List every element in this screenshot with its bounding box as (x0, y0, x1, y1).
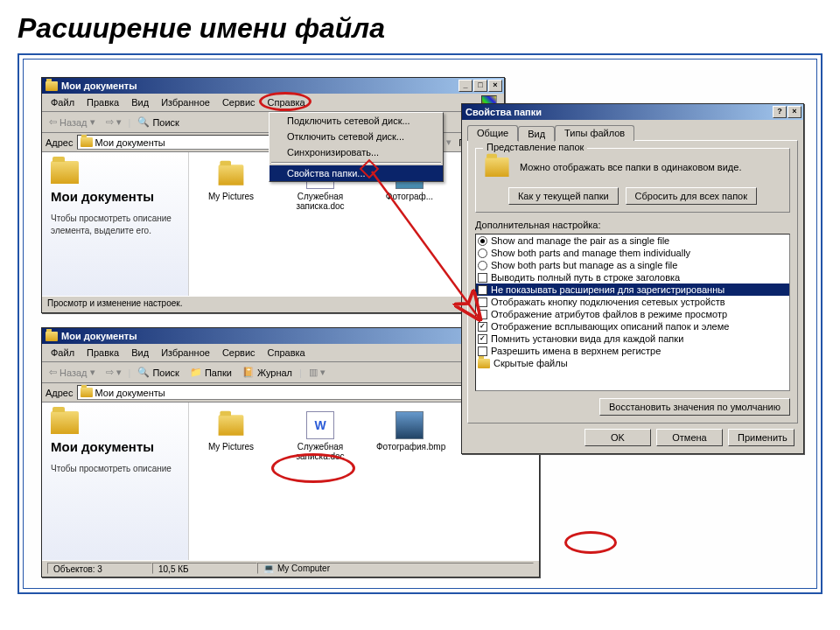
slide-title: Расширение имени файла (0, 0, 840, 53)
folder-big-icon (51, 411, 79, 434)
menu-file[interactable]: Файл (46, 95, 80, 109)
tab-view[interactable]: Вид (518, 126, 555, 142)
help-button[interactable]: ? (773, 106, 787, 118)
menu-favorites[interactable]: Избранное (156, 346, 215, 360)
file-label: Служебная записка.doc (287, 192, 354, 211)
folder-icon (80, 388, 93, 397)
list-item[interactable]: My Pictures (198, 161, 264, 201)
image-icon (396, 411, 424, 439)
dialog-titlebar[interactable]: Свойства папки ? × (462, 104, 803, 120)
close-button[interactable]: × (488, 80, 502, 92)
forward-button[interactable]: ⇨ ▾ (102, 365, 125, 380)
folder-icon (217, 161, 245, 189)
menu-view[interactable]: Вид (126, 346, 154, 360)
group-legend: Представление папок (483, 142, 587, 152)
menubar-1[interactable]: Файл Правка Вид Избранное Сервис Справка (42, 94, 504, 112)
list-item[interactable]: Не показывать расширения для зарегистрир… (476, 284, 789, 296)
restore-defaults-button[interactable]: Восстановить значения по умолчанию (599, 398, 790, 416)
folders-button[interactable]: 📁 Папки (186, 365, 235, 380)
list-item[interactable]: Отображение всплывающих описаний папок и… (476, 320, 789, 332)
list-item[interactable]: Выводить полный путь в строке заголовка (476, 271, 789, 284)
checkbox-icon (478, 346, 487, 356)
menu-favorites[interactable]: Избранное (156, 95, 215, 109)
radio-icon (478, 236, 487, 246)
back-button[interactable]: ⇦ Назад ▾ (46, 365, 99, 380)
list-item[interactable]: Разрешить имена в верхнем регистре (476, 345, 789, 357)
like-current-button[interactable]: Как у текущей папки (508, 187, 619, 205)
menu-edit[interactable]: Правка (81, 95, 124, 109)
addr-label: Адрес (46, 388, 74, 398)
list-item[interactable]: Фотография.bmp (376, 411, 443, 452)
menu-file[interactable]: Файл (46, 346, 80, 360)
list-item[interactable]: Show both parts and manage them individu… (476, 247, 789, 259)
group-folder-views: Представление папок Можно отображать все… (475, 148, 790, 213)
inner-area: Мои документы _ □ × Файл Правка Вид Избр… (23, 59, 817, 589)
menu-view[interactable]: Вид (126, 95, 154, 109)
pane-desc: Чтобы просмотреть описание элемента, выд… (51, 213, 179, 237)
ok-button[interactable]: OK (584, 429, 651, 446)
status-location: 💻 My Computer (257, 563, 534, 574)
search-button[interactable]: 🔍 Поиск (134, 115, 182, 130)
checkbox-icon (478, 334, 487, 344)
forward-button[interactable]: ⇨ ▾ (102, 115, 125, 130)
menu-edit[interactable]: Правка (81, 346, 124, 360)
list-item[interactable]: Скрытые файлы (476, 357, 789, 369)
checkbox-icon (478, 298, 487, 307)
folder-icon (46, 330, 58, 342)
menu-help[interactable]: Справка (262, 95, 311, 109)
apply-button[interactable]: Применить (728, 429, 794, 446)
folder-icon (478, 359, 490, 368)
title-text: Мои документы (61, 331, 494, 341)
menu-tools[interactable]: Сервис (217, 346, 261, 360)
pane-desc: Чтобы просмотреть описание (51, 463, 179, 475)
cancel-button[interactable]: Отмена (656, 429, 723, 446)
advanced-settings-list[interactable]: Show and manage the pair as a single fil… (475, 234, 790, 391)
address-value: Мои документы (95, 388, 165, 398)
file-label: Фотография.bmp (376, 442, 443, 452)
addr-label: Адрес (46, 137, 74, 148)
tab-filetypes[interactable]: Типы файлов (555, 125, 634, 141)
group-text: Можно отображать все папки в одинаковом … (520, 162, 741, 172)
file-label: My Pictures (198, 442, 264, 452)
list-item[interactable]: Show both parts but manage as a single f… (476, 259, 789, 271)
status-size: 10,5 КБ (152, 563, 257, 574)
minimize-button[interactable]: _ (458, 80, 472, 92)
statusbar-1: Просмотр и изменение настроек. (42, 296, 504, 312)
dialog-title: Свойства папки (466, 107, 773, 117)
tab-general[interactable]: Общие (467, 125, 518, 141)
menu-item[interactable]: Подключить сетевой диск... (270, 113, 443, 129)
menu-item[interactable]: Отключить сетевой диск... (270, 129, 443, 144)
maximize-button[interactable]: □ (473, 80, 487, 92)
back-button[interactable]: ⇦ Назад ▾ (46, 115, 99, 130)
titlebar-1[interactable]: Мои документы _ □ × (42, 78, 504, 94)
list-item[interactable]: Отображать кнопку подключения сетевых ус… (476, 296, 789, 308)
list-item[interactable]: Show and manage the pair as a single fil… (476, 234, 789, 247)
menu-tools[interactable]: Сервис (217, 95, 261, 109)
tools-menu-dropdown[interactable]: Подключить сетевой диск... Отключить сет… (269, 112, 444, 182)
journal-button[interactable]: 📔 Журнал (239, 365, 296, 380)
list-item[interactable]: My Pictures (198, 411, 264, 452)
checkbox-icon (478, 285, 487, 295)
list-item[interactable]: Помнить установки вида для каждой папки (476, 332, 789, 345)
file-label: My Pictures (198, 192, 264, 201)
pane-title: Мои документы (51, 189, 179, 204)
folder-icon (217, 411, 245, 439)
menu-help[interactable]: Справка (262, 346, 311, 360)
menu-item-folder-options[interactable]: Свойства папки... (270, 165, 443, 181)
statusbar-2: Объектов: 3 10,5 КБ 💻 My Computer (42, 560, 539, 576)
folder-options-dialog: Свойства папки ? × Общие Вид Типы файлов… (461, 103, 804, 454)
option-label: Отображение всплывающих описаний папок и… (491, 321, 729, 332)
views-button[interactable]: ▥ ▾ (305, 365, 329, 380)
annotation-ellipse (564, 531, 617, 554)
address-input[interactable]: Мои документы (77, 385, 468, 400)
search-button[interactable]: 🔍 Поиск (134, 365, 182, 380)
info-pane: Мои документы Чтобы просмотреть описание… (42, 152, 189, 296)
list-item[interactable]: Отображение атрибутов файлов в режиме пр… (476, 308, 789, 320)
info-pane: Мои документы Чтобы просмотреть описание (42, 402, 189, 560)
list-item[interactable]: W Служебная записка.doc (287, 411, 354, 461)
menu-item[interactable]: Синхронизировать... (270, 144, 443, 160)
pane-title: Мои документы (51, 439, 179, 454)
reset-all-button[interactable]: Сбросить для всех папок (626, 187, 757, 205)
option-label: Разрешить имена в верхнем регистре (491, 346, 661, 356)
close-button[interactable]: × (788, 106, 802, 118)
